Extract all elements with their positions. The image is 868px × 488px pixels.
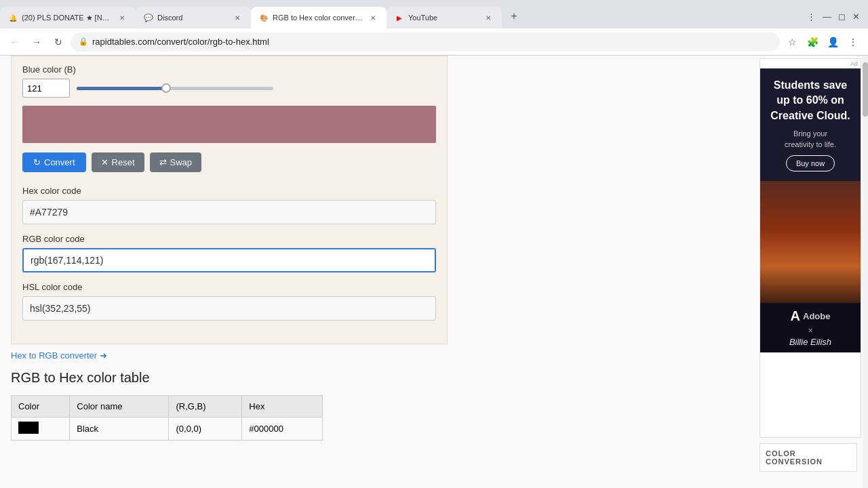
- close-icon[interactable]: ✕: [850, 12, 863, 22]
- cell-rgb: (0,0,0): [169, 418, 242, 441]
- bookmark-button[interactable]: ☆: [783, 33, 802, 52]
- tab-bar: 🔔 (20) PLS DONATE ★ [NEW] - Ro... ✕ 💬 Di…: [0, 0, 868, 28]
- tab-3-title: RGB to Hex color converter: [273, 14, 363, 22]
- nav-bar: ← → ↻ 🔒 rapidtables.com/convert/color/rg…: [0, 28, 868, 56]
- tab-1-favicon: 🔔: [8, 13, 18, 22]
- tab-2-close[interactable]: ✕: [232, 12, 243, 23]
- ad-block-adobe: Ad Students saveup to 60% onCreative Clo…: [760, 58, 861, 438]
- main-content: Blue color (B) 121: [0, 56, 754, 488]
- ad-subtext: Bring yourcreativity to life.: [785, 129, 836, 150]
- ad-bottom: A Adobe ✕ Billie Eilish: [760, 303, 861, 352]
- cell-hex: #000000: [242, 418, 323, 441]
- maximize-icon[interactable]: ◻: [835, 12, 848, 22]
- slider-row: 121: [22, 79, 436, 98]
- ad-buy-button[interactable]: Buy now: [786, 155, 835, 171]
- reload-button[interactable]: ↻: [49, 33, 68, 52]
- convert-icon: ↻: [33, 157, 41, 167]
- cell-color-name: Black: [70, 418, 169, 441]
- tab-3[interactable]: 🎨 RGB to Hex color converter ✕: [251, 7, 387, 28]
- tab-2[interactable]: 💬 Discord ✕: [136, 7, 251, 28]
- hex-label: Hex color code: [22, 186, 436, 196]
- slider-thumb[interactable]: [161, 83, 171, 93]
- tab-4-close[interactable]: ✕: [483, 12, 494, 23]
- tab-2-title: Discord: [157, 14, 228, 22]
- button-row: ↻ Convert ✕ Reset ⇄ Swap: [22, 152, 436, 172]
- tab-list-icon[interactable]: ⋮: [804, 12, 818, 22]
- menu-button[interactable]: ⋮: [844, 33, 863, 52]
- back-button[interactable]: ←: [5, 33, 24, 52]
- color-table: Color Color name (R,G,B) Hex: [11, 395, 323, 441]
- page-wrapper: Blue color (B) 121: [0, 56, 868, 488]
- table-title: RGB to Hex color table: [11, 370, 448, 386]
- minimize-icon[interactable]: —: [820, 12, 834, 22]
- blue-value-input[interactable]: 121: [22, 79, 70, 98]
- extensions-button[interactable]: 🧩: [803, 33, 822, 52]
- swap-icon: ⇄: [159, 157, 167, 167]
- tab-3-close[interactable]: ✕: [368, 12, 378, 23]
- color-preview: [22, 106, 436, 143]
- reset-icon: ✕: [101, 157, 108, 167]
- browser-window: 🔔 (20) PLS DONATE ★ [NEW] - Ro... ✕ 💬 Di…: [0, 0, 868, 488]
- col-header-rgb: (R,G,B): [169, 396, 242, 418]
- scrollbar-thumb[interactable]: [863, 62, 868, 117]
- hex-to-rgb-link[interactable]: Hex to RGB converter ➜: [11, 350, 107, 361]
- lock-icon: 🔒: [79, 37, 88, 46]
- hsl-input[interactable]: [22, 296, 436, 321]
- hsl-label: HSL color code: [22, 282, 436, 292]
- tab-4-favicon: ▶: [395, 13, 404, 22]
- ad-headline: Students saveup to 60% onCreative Cloud.: [770, 78, 850, 123]
- tab-overflow-controls: ⋮ — ◻ ✕: [804, 12, 868, 22]
- hex-input[interactable]: [22, 200, 436, 224]
- tab-4[interactable]: ▶ YouTube ✕: [387, 7, 502, 28]
- rgb-label: RGB color code: [22, 234, 436, 244]
- col-header-hex: Hex: [242, 396, 323, 418]
- ad-image-area: [760, 181, 861, 303]
- tab-2-favicon: 💬: [144, 13, 153, 22]
- col-header-name: Color name: [70, 396, 169, 418]
- address-bar[interactable]: 🔒 rapidtables.com/convert/color/rgb-to-h…: [71, 33, 780, 52]
- convert-button[interactable]: ↻ Convert: [22, 152, 86, 172]
- cell-color-swatch: [12, 418, 70, 441]
- tab-4-title: YouTube: [408, 14, 479, 22]
- ad-label: Ad: [760, 59, 861, 68]
- tab-3-favicon: 🎨: [259, 13, 269, 22]
- table-row: Black (0,0,0) #000000: [12, 418, 323, 441]
- nav-actions: ☆ 🧩 👤 ⋮: [783, 33, 863, 52]
- col-header-color: Color: [12, 396, 70, 418]
- blue-color-label: Blue color (B): [22, 64, 436, 75]
- table-section: RGB to Hex color table Color Color name …: [11, 370, 448, 441]
- reset-button[interactable]: ✕ Reset: [92, 152, 144, 172]
- forward-button[interactable]: →: [27, 33, 46, 52]
- right-sidebar: Ad Students saveup to 60% onCreative Clo…: [754, 56, 863, 488]
- tab-1-close[interactable]: ✕: [117, 12, 127, 23]
- tool-area: Blue color (B) 121: [11, 56, 448, 344]
- link-section: Hex to RGB converter ➜: [11, 350, 448, 361]
- scrollbar[interactable]: [863, 56, 868, 488]
- rgb-input[interactable]: [22, 248, 436, 272]
- swap-button[interactable]: ⇄ Swap: [150, 152, 202, 172]
- color-conversion-label: COLOR CONVERSION: [760, 443, 857, 472]
- profile-button[interactable]: 👤: [823, 33, 842, 52]
- tab-1-title: (20) PLS DONATE ★ [NEW] - Ro...: [22, 14, 113, 22]
- ad-artist-name: Billie Eilish: [789, 337, 831, 347]
- tab-1[interactable]: 🔔 (20) PLS DONATE ★ [NEW] - Ro... ✕: [0, 7, 136, 28]
- new-tab-button[interactable]: +: [505, 7, 524, 26]
- url-text: rapidtables.com/convert/color/rgb-to-hex…: [92, 37, 772, 47]
